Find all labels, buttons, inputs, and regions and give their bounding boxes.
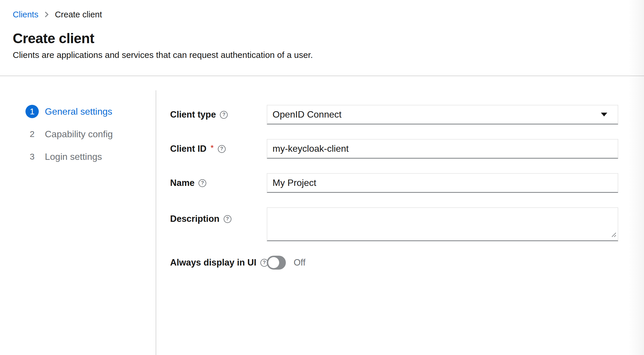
client-type-label: Client type — [170, 109, 216, 120]
page-edge-shade — [628, 0, 644, 355]
header-divider — [0, 76, 644, 76]
client-type-help-icon[interactable]: ? — [220, 111, 228, 119]
client-id-help-icon[interactable]: ? — [218, 145, 226, 153]
required-asterisk: * — [211, 143, 214, 153]
name-row: Name ? — [170, 173, 618, 193]
description-row: Description ? — [170, 207, 618, 241]
wizard-step-label: Login settings — [45, 151, 102, 162]
client-id-input[interactable] — [267, 139, 618, 159]
breadcrumb-chevron-icon — [44, 11, 49, 18]
name-label: Name — [170, 178, 194, 188]
description-field-cell — [267, 207, 618, 241]
always-display-row: Always display in UI ? Off — [170, 256, 618, 270]
description-label-cell: Description ? — [170, 207, 267, 224]
caret-down-icon — [601, 113, 607, 116]
name-input[interactable] — [267, 173, 618, 193]
client-id-field-cell — [267, 139, 618, 159]
page-title: Create client — [13, 31, 94, 46]
always-display-label-cell: Always display in UI ? — [170, 257, 267, 268]
wizard-step-login-settings[interactable]: 3 Login settings — [25, 150, 113, 163]
always-display-switch-wrap: Off — [267, 256, 618, 270]
client-id-label-cell: Client ID * ? — [170, 144, 267, 154]
breadcrumb: Clients Create client — [13, 10, 102, 19]
name-help-icon[interactable]: ? — [198, 179, 206, 187]
wizard-nav: 1 General settings 2 Capability config 3… — [25, 105, 113, 173]
page-subtitle: Clients are applications and services th… — [13, 49, 313, 61]
description-label: Description — [170, 214, 220, 224]
client-type-field-cell: OpenID Connect — [267, 105, 618, 125]
general-settings-form: Client type ? OpenID Connect Client ID *… — [170, 105, 618, 284]
client-type-row: Client type ? OpenID Connect — [170, 105, 618, 125]
toggle-knob — [268, 257, 279, 268]
client-type-label-cell: Client type ? — [170, 109, 267, 120]
always-display-label: Always display in UI — [170, 257, 256, 268]
always-display-state-label: Off — [294, 257, 306, 268]
wizard-step-label: Capability config — [45, 129, 113, 140]
wizard-step-capability-config[interactable]: 2 Capability config — [25, 127, 113, 141]
client-id-row: Client ID * ? — [170, 139, 618, 159]
wizard-step-number: 3 — [25, 150, 39, 163]
wizard-step-label: General settings — [45, 106, 112, 117]
name-label-cell: Name ? — [170, 178, 267, 188]
always-display-field-cell: Off — [267, 256, 618, 270]
wizard-nav-divider — [156, 90, 156, 355]
name-field-cell — [267, 173, 618, 193]
breadcrumb-current: Create client — [55, 10, 102, 19]
wizard-step-general-settings[interactable]: 1 General settings — [25, 105, 113, 118]
client-id-label: Client ID — [170, 144, 207, 154]
wizard-step-number: 2 — [25, 127, 39, 141]
description-textarea[interactable] — [267, 207, 618, 241]
client-type-selected-value: OpenID Connect — [273, 109, 341, 120]
client-type-select[interactable]: OpenID Connect — [267, 105, 618, 125]
breadcrumb-clients-link[interactable]: Clients — [13, 10, 38, 19]
always-display-toggle[interactable] — [267, 256, 286, 270]
wizard-step-number: 1 — [25, 105, 39, 118]
description-help-icon[interactable]: ? — [224, 215, 231, 223]
